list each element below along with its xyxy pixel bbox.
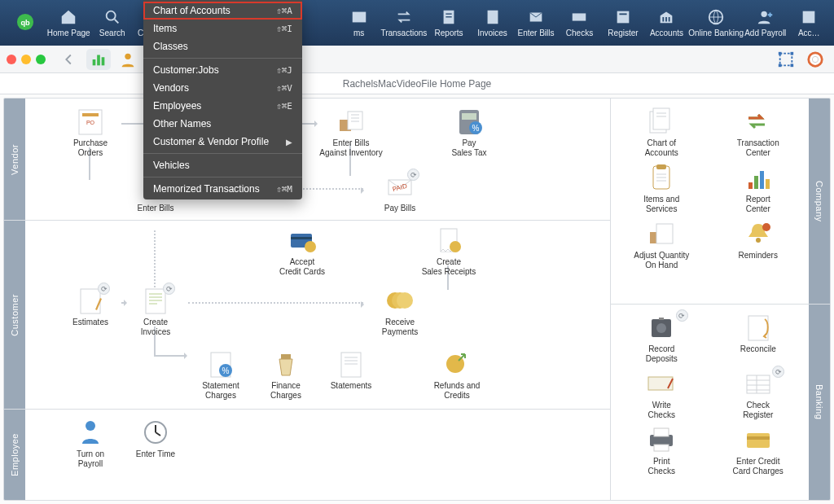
- svg-point-22: [125, 53, 130, 59]
- svg-rect-19: [93, 59, 96, 65]
- resize-handle-icon[interactable]: [774, 49, 798, 70]
- svg-rect-73: [766, 179, 770, 189]
- panel-print-checks[interactable]: PrintChecks: [616, 425, 708, 476]
- flow-enter-bills-inventory[interactable]: Enter BillsAgainst Inventory: [318, 107, 384, 158]
- toolbar-label: Accounts: [650, 28, 683, 37]
- lists-menu[interactable]: Chart of Accounts⇧⌘AItems⇧⌘IClassesCusto…: [143, 0, 302, 199]
- panel-item-label: CheckRegister: [743, 401, 773, 420]
- svg-rect-8: [487, 11, 498, 24]
- menu-item-vendors[interactable]: Vendors⇧⌘V: [143, 79, 302, 97]
- menu-item-items[interactable]: Items⇧⌘I: [143, 20, 302, 37]
- flow-refunds-credits[interactable]: Refunds andCredits: [424, 349, 489, 401]
- zoom-window-button[interactable]: [36, 55, 46, 64]
- toolbar-acc[interactable]: Acc…: [788, 0, 831, 46]
- toolbar-enter-bills[interactable]: Enter Bills: [514, 0, 557, 46]
- flow-receive-payments[interactable]: ReceivePayments: [367, 286, 432, 337]
- panel-reconcile[interactable]: Reconcile: [713, 313, 805, 364]
- flow-statements[interactable]: Statements: [318, 349, 384, 391]
- toolbar-search[interactable]: Search: [90, 0, 134, 46]
- menu-separator: [143, 58, 302, 59]
- svg-rect-20: [97, 55, 100, 65]
- flow-turn-on-payroll[interactable]: Turn onPayroll: [58, 418, 123, 469]
- toolbar-label: Online Banking: [688, 28, 744, 37]
- flow-estimates[interactable]: Estimates⟳: [58, 286, 123, 327]
- menu-item-customer-jobs[interactable]: Customer:Jobs⇧⌘J: [143, 61, 302, 79]
- toolbar-label: Add Payroll: [744, 28, 786, 37]
- menu-item-label: Vehicles: [153, 160, 190, 171]
- panel-enter-cc-charges[interactable]: Enter CreditCard Charges: [713, 425, 805, 476]
- menu-item-label: Vendors: [153, 82, 189, 94]
- menu-item-vehicles[interactable]: Vehicles: [143, 156, 302, 174]
- flow-create-invoices[interactable]: CreateInvoices⟳: [123, 286, 188, 337]
- toolbar-register[interactable]: Register: [601, 0, 644, 46]
- panel-record-deposits[interactable]: RecordDeposits⟳: [616, 313, 708, 364]
- menu-shortcut: ⇧⌘E: [276, 101, 292, 112]
- panel-chart-accounts[interactable]: Chart ofAccounts: [616, 107, 708, 158]
- svg-rect-14: [666, 17, 668, 22]
- banking-tab[interactable]: Banking: [809, 305, 830, 500]
- toolbar-reports[interactable]: Reports: [427, 0, 470, 46]
- menu-item-label: Classes: [153, 41, 188, 52]
- flow-enter-time[interactable]: Enter Time: [123, 418, 188, 459]
- menu-item-chart-of-accounts[interactable]: Chart of Accounts⇧⌘A: [143, 2, 302, 20]
- close-window-button[interactable]: [7, 55, 16, 64]
- toolbar-menu-gap[interactable]: ms: [337, 0, 380, 46]
- flow-pay-sales-tax[interactable]: %PaySales Tax: [437, 107, 502, 158]
- toolbar-invoices[interactable]: Invoices: [471, 0, 514, 46]
- svg-text:%: %: [472, 124, 480, 133]
- panel-items-services[interactable]: Items andServices: [616, 163, 708, 214]
- help-lifebuoy-icon[interactable]: [803, 49, 827, 70]
- flow-column: Vendor POPurchaseOrdersReceiveInventoryE…: [4, 99, 610, 500]
- toolbar-checks[interactable]: Checks: [558, 0, 601, 46]
- toolbar-qb-logo[interactable]: qb: [3, 0, 46, 46]
- panel-reminders[interactable]: Reminders: [713, 219, 805, 270]
- toolbar-transactions[interactable]: Transactions: [380, 0, 427, 46]
- flow-item-label: Estimates: [72, 318, 108, 327]
- flow-statement-charges[interactable]: %StatementCharges: [188, 349, 253, 401]
- reports-icon: [440, 8, 458, 26]
- minimize-window-button[interactable]: [21, 55, 31, 64]
- finance-charges-icon: [270, 349, 302, 379]
- window-controls[interactable]: [7, 55, 46, 64]
- write-checks-icon: [645, 369, 678, 398]
- flow-accept-cc[interactable]: AcceptCredit Cards: [270, 226, 335, 277]
- menu-item-classes[interactable]: Classes: [143, 37, 302, 55]
- svg-rect-26: [779, 51, 782, 55]
- panel-item-label: Enter CreditCard Charges: [733, 457, 784, 476]
- chart-mode-button[interactable]: [86, 49, 111, 70]
- flow-finance-charges[interactable]: FinanceCharges: [253, 349, 318, 401]
- toolbar-home[interactable]: Home Page: [46, 0, 90, 46]
- toolbar-accounts[interactable]: Accounts: [645, 0, 688, 46]
- create-sales-receipts-icon: [432, 226, 465, 255]
- svg-point-53: [450, 241, 461, 252]
- print-checks-icon: [645, 425, 678, 454]
- flow-item-label: StatementCharges: [202, 381, 239, 401]
- flow-create-sales-receipts[interactable]: CreateSales Receipts: [416, 226, 481, 277]
- panel-write-checks[interactable]: WriteChecks: [616, 369, 708, 420]
- toolbar-label: ms: [353, 28, 364, 37]
- refunds-credits-icon: [441, 349, 473, 379]
- menu-item-customer-vendor-profile[interactable]: Customer & Vendor Profile▶: [143, 133, 302, 151]
- flow-purchase-orders[interactable]: POPurchaseOrders: [58, 107, 123, 158]
- pay-sales-tax-icon: %: [453, 107, 485, 136]
- menu-item-other-names[interactable]: Other Names: [143, 115, 302, 133]
- panel-adjust-qty[interactable]: Adjust QuantityOn Hand: [616, 219, 708, 270]
- svg-rect-67: [653, 108, 669, 129]
- page-subtitle-bar: RachelsMacVideoFile Home Page: [0, 73, 834, 94]
- panel-check-register[interactable]: CheckRegister⟳: [713, 369, 805, 420]
- flow-pay-bills[interactable]: PAIDPay Bills⟳: [367, 172, 432, 213]
- back-button[interactable]: [57, 49, 81, 70]
- menu-item-employees[interactable]: Employees⇧⌘E: [143, 97, 302, 115]
- right-column: Chart ofAccountsTransactionCenterItems a…: [610, 99, 830, 500]
- panel-transaction-center[interactable]: TransactionCenter: [713, 107, 805, 158]
- panel-report-center[interactable]: ReportCenter: [713, 163, 805, 214]
- banking-panel: RecordDeposits⟳ReconcileWriteChecksCheck…: [611, 305, 830, 500]
- vendor-section: Vendor POPurchaseOrdersReceiveInventoryE…: [4, 99, 610, 221]
- workspace: Vendor POPurchaseOrdersReceiveInventoryE…: [0, 94, 834, 504]
- menu-item-memorized-transactions[interactable]: Memorized Transactions⇧⌘M: [143, 180, 302, 198]
- company-tab[interactable]: Company: [809, 99, 830, 304]
- svg-rect-70: [748, 182, 753, 189]
- toolbar-online-banking[interactable]: Online Banking: [688, 0, 744, 46]
- user-mode-button[interactable]: [116, 49, 140, 70]
- toolbar-add-payroll[interactable]: Add Payroll: [744, 0, 787, 46]
